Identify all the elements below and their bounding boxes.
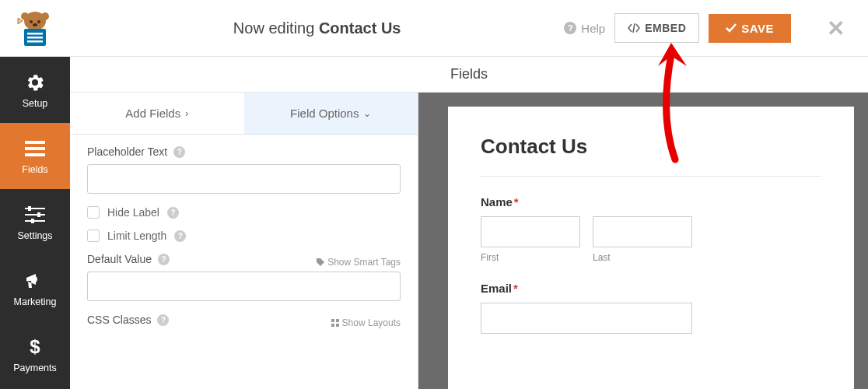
sidebar-label-marketing: Marketing	[14, 296, 57, 307]
svg-rect-10	[25, 141, 45, 144]
form-preview: Contact Us Name* First	[448, 107, 854, 389]
svg-rect-21	[336, 319, 339, 322]
svg-rect-16	[37, 212, 40, 217]
help-tooltip-icon[interactable]: ?	[158, 254, 170, 265]
last-sublabel: Last	[593, 252, 692, 263]
first-name-input[interactable]	[481, 216, 580, 247]
sidebar-label-payments: Payments	[13, 363, 57, 373]
svg-rect-12	[25, 153, 45, 156]
required-asterisk: *	[513, 282, 518, 295]
preview-field-name[interactable]: Name* First Last	[481, 195, 821, 263]
show-layouts-link[interactable]: Show Layouts	[331, 317, 401, 328]
name-field-label: Name*	[481, 195, 821, 209]
option-hide-label[interactable]: Hide Label ?	[87, 206, 401, 219]
panel-tabs: Add Fields › Field Options ⌄	[70, 93, 418, 135]
form-preview-panel: Contact Us Name* First	[418, 93, 868, 389]
question-circle-icon: ?	[564, 22, 576, 34]
sidebar-item-setup[interactable]: Setup	[0, 57, 70, 123]
tab-add-fields-label: Add Fields	[125, 107, 180, 120]
help-tooltip-icon[interactable]: ?	[167, 207, 179, 219]
field-options-panel: Add Fields › Field Options ⌄ Placeholder…	[70, 93, 418, 389]
svg-point-2	[41, 12, 49, 20]
option-limit-length[interactable]: Limit Length ?	[87, 230, 401, 242]
svg-rect-7	[27, 33, 43, 35]
hide-label-text: Hide Label	[107, 206, 159, 219]
email-input[interactable]	[481, 303, 692, 334]
app-header: Now editing Contact Us ? Help EMBED SAVE…	[0, 0, 868, 57]
placeholder-text-input[interactable]	[87, 164, 401, 194]
svg-rect-9	[27, 40, 43, 43]
placeholder-text-label: Placeholder Text	[87, 145, 167, 158]
close-button[interactable]: ✕	[819, 16, 852, 41]
svg-rect-22	[331, 324, 334, 327]
embed-button[interactable]: EMBED	[614, 13, 699, 43]
smart-tags-label: Show Smart Tags	[327, 257, 401, 268]
limit-length-text: Limit Length	[107, 230, 166, 242]
svg-rect-23	[336, 324, 339, 327]
content-area: Fields Add Fields › Field Options ⌄	[70, 57, 868, 389]
main-area: Setup Fields Settings Marketing $ Paymen…	[0, 57, 868, 389]
default-value-label: Default Value	[87, 253, 152, 265]
sidebar-label-settings: Settings	[17, 230, 52, 241]
help-tooltip-icon[interactable]: ?	[173, 146, 185, 158]
css-classes-label: CSS Classes	[87, 314, 151, 326]
option-placeholder-text: Placeholder Text ?	[87, 145, 401, 194]
chevron-right-icon: ›	[185, 108, 188, 119]
preview-form-title: Contact Us	[481, 135, 821, 159]
sidebar-item-marketing[interactable]: Marketing	[0, 255, 70, 321]
last-name-input[interactable]	[593, 216, 692, 247]
dollar-icon: $	[24, 336, 46, 358]
grid-icon	[331, 319, 339, 327]
sidebar-item-payments[interactable]: $ Payments	[0, 321, 70, 387]
sidebar-item-fields[interactable]: Fields	[0, 123, 70, 189]
help-tooltip-icon[interactable]: ?	[174, 230, 186, 242]
svg-rect-17	[25, 220, 45, 222]
gear-icon	[24, 72, 46, 93]
checkbox-limit-length[interactable]	[87, 230, 100, 242]
tab-field-options[interactable]: Field Options ⌄	[244, 93, 418, 135]
wpforms-logo-icon	[12, 9, 58, 47]
help-label: Help	[581, 22, 605, 35]
default-value-input[interactable]	[87, 272, 401, 301]
option-default-value: Default Value ? Show Smart Tags	[87, 253, 401, 301]
email-label-text: Email	[481, 282, 512, 295]
svg-point-5	[33, 23, 37, 26]
svg-rect-20	[331, 319, 334, 322]
bullhorn-icon	[24, 270, 46, 292]
preview-divider	[481, 176, 821, 177]
svg-rect-13	[25, 208, 45, 209]
help-tooltip-icon[interactable]: ?	[157, 314, 169, 326]
save-label: SAVE	[741, 22, 774, 35]
section-title: Fields	[70, 57, 868, 93]
form-name: Contact Us	[319, 19, 401, 37]
close-icon: ✕	[827, 16, 845, 40]
check-icon	[726, 23, 737, 33]
embed-label: EMBED	[645, 22, 686, 34]
options-list: Placeholder Text ? Hide Label ? Limit Le…	[70, 135, 418, 389]
svg-text:$: $	[30, 337, 40, 357]
tab-add-fields[interactable]: Add Fields ›	[70, 93, 244, 135]
editing-label: Now editing Contact Us	[70, 19, 564, 37]
preview-field-email[interactable]: Email*	[481, 282, 821, 334]
editing-prefix: Now editing	[233, 19, 319, 37]
first-sublabel: First	[481, 252, 580, 263]
show-smart-tags-link[interactable]: Show Smart Tags	[317, 257, 401, 268]
sliders-icon	[24, 204, 46, 226]
checkbox-hide-label[interactable]	[87, 206, 100, 219]
brand-logo	[0, 0, 70, 57]
name-label-text: Name	[481, 195, 513, 209]
show-layouts-label: Show Layouts	[342, 317, 401, 328]
option-css-classes: CSS Classes ? Show Layouts	[87, 314, 401, 332]
panels: Add Fields › Field Options ⌄ Placeholder…	[70, 93, 868, 389]
svg-point-3	[30, 20, 33, 23]
required-asterisk: *	[514, 195, 519, 209]
email-field-label: Email*	[481, 282, 821, 295]
tag-icon	[317, 258, 324, 266]
svg-point-1	[21, 12, 29, 20]
list-icon	[24, 138, 46, 159]
chevron-down-icon: ⌄	[363, 108, 371, 119]
save-button[interactable]: SAVE	[709, 14, 791, 43]
help-link[interactable]: ? Help	[564, 22, 605, 35]
svg-rect-15	[25, 214, 45, 216]
sidebar-item-settings[interactable]: Settings	[0, 189, 70, 255]
